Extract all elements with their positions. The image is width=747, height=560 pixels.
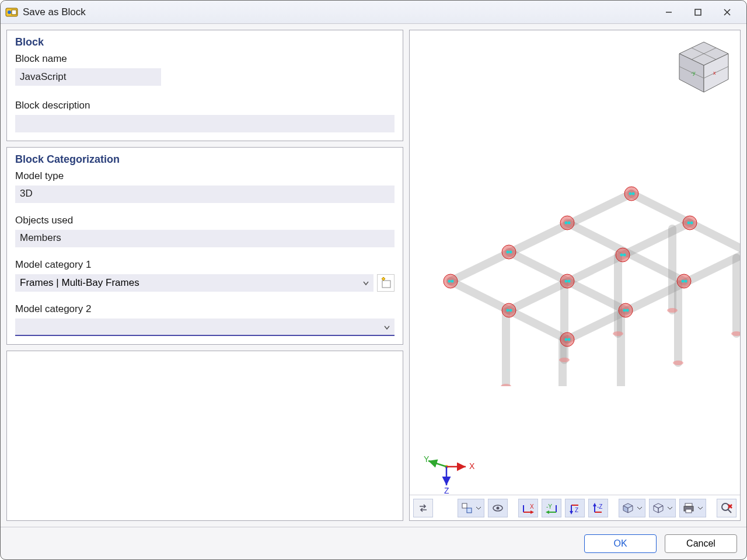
close-button[interactable] [713,2,742,23]
svg-point-56 [568,280,571,283]
svg-point-43 [507,251,509,254]
units-button[interactable] [458,499,484,517]
window-title: Save as Block [23,6,86,18]
svg-point-49 [629,192,632,195]
cat2-combo[interactable] [15,318,395,336]
categorization-section-title: Block Categorization [15,153,395,166]
view-y-button[interactable]: -Y [542,499,561,517]
svg-line-109 [728,509,731,513]
chevron-down-icon [637,505,643,511]
visibility-button[interactable] [488,499,508,517]
left-column: Block Block name Block description Block… [6,30,403,521]
maximize-icon [694,8,702,16]
svg-point-33 [559,358,570,362]
chevron-down-icon [476,505,481,511]
svg-text:Z: Z [575,507,578,513]
svg-point-35 [667,308,678,313]
axis-y-label: Y [424,455,430,464]
cat1-combo[interactable]: Frames | Multi-Bay Frames [15,274,374,292]
new-category-button[interactable] [377,274,395,292]
new-item-icon [380,277,392,289]
svg-point-55 [565,280,568,283]
svg-point-71 [685,280,687,283]
view-z-down-button[interactable]: Z [565,499,585,517]
box-view-icon [622,502,634,514]
svg-point-61 [687,222,690,225]
empty-panel [6,351,403,521]
axis-z-down-icon: Z [568,502,582,514]
model-type-value: 3D [15,186,395,203]
minimize-button[interactable] [654,2,683,23]
svg-point-62 [690,222,693,225]
svg-marker-85 [530,510,534,514]
svg-marker-103 [654,506,658,513]
visibility-icon [491,502,504,514]
svg-text:x: x [713,70,716,76]
block-name-input[interactable] [15,68,161,86]
box-view-button[interactable] [619,499,645,517]
svg-point-44 [509,251,512,254]
orientation-cube[interactable]: -y x [676,38,732,94]
svg-point-40 [448,280,451,283]
preview-viewport[interactable]: -y x [409,30,741,521]
cat2-label: Model category 2 [15,303,395,315]
objects-used-value: Members [15,230,395,247]
objects-used-label: Objects used [15,215,395,226]
svg-rect-2 [12,10,16,15]
cancel-button[interactable]: Cancel [665,534,737,553]
svg-marker-93 [570,511,573,514]
titlebar: Save as Block [1,1,746,24]
block-panel: Block Block name Block description [6,30,403,141]
wireframe-icon [652,502,665,514]
block-name-label: Block name [15,53,395,65]
svg-text:-Y: -Y [546,503,552,510]
dialog-footer: OK Cancel [1,527,746,559]
svg-point-46 [565,222,568,225]
svg-marker-89 [546,510,549,514]
cat1-label: Model category 1 [15,259,395,271]
model-type-label: Model type [15,170,395,182]
svg-text:-Z: -Z [597,503,602,510]
svg-marker-102 [654,503,663,508]
block-section-title: Block [15,36,395,48]
maximize-button[interactable] [683,2,713,23]
axis-z-up-icon: -Z [591,502,605,514]
svg-rect-4 [695,9,701,15]
svg-point-34 [613,331,623,336]
categorization-panel: Block Categorization Model type 3D Objec… [6,147,403,345]
svg-text:X: X [530,503,534,510]
print-icon [682,502,695,514]
svg-line-77 [428,461,446,467]
chevron-down-icon [362,279,370,287]
right-column: -y x [409,30,741,521]
viewport-toolbar: X -Y [410,495,740,520]
svg-point-47 [568,222,571,225]
svg-point-53 [509,309,512,312]
find-delete-button[interactable] [717,499,736,517]
model-preview [433,118,741,363]
svg-rect-105 [685,503,692,506]
axis-x-icon: X [521,502,535,514]
axis-y-icon: -Y [544,502,558,514]
print-button[interactable] [679,499,706,517]
svg-point-1 [8,10,11,14]
svg-point-67 [623,309,626,312]
close-icon [723,8,731,16]
ok-button[interactable]: OK [584,534,657,553]
block-desc-input[interactable] [15,115,395,132]
svg-point-58 [620,254,623,257]
view-z-up-button[interactable]: -Z [588,499,608,517]
svg-point-59 [623,254,626,257]
svg-point-50 [632,192,635,195]
wireframe-button[interactable] [649,499,676,517]
swap-button[interactable] [413,499,433,517]
svg-point-70 [682,280,685,283]
svg-point-65 [568,338,571,341]
svg-point-82 [497,506,500,509]
svg-text:-y: -y [691,70,696,76]
chevron-down-icon [667,505,673,511]
view-x-button[interactable]: X [518,499,538,517]
svg-point-52 [507,309,509,312]
chevron-down-icon [697,505,703,511]
dialog-body: Block Block name Block description Block… [1,24,746,527]
